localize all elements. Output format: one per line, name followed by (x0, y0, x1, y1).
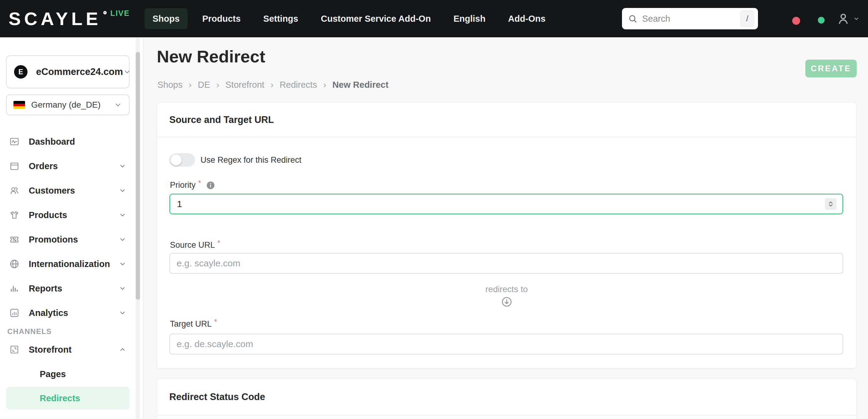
chevron-down-icon (123, 68, 131, 76)
source-target-card: Source and Target URL Use Regex for this… (157, 102, 857, 368)
logo-text: SCAYLE (8, 8, 101, 29)
required-asterisk: * (214, 318, 217, 326)
analytics-chart-icon (9, 308, 20, 318)
sidebar-item-label: Promotions (29, 235, 78, 245)
shop-selector[interactable]: E eCommerce24.com (6, 55, 130, 88)
sidebar-item-storefront[interactable]: Storefront (0, 337, 144, 362)
breadcrumb-storefront[interactable]: Storefront (225, 80, 265, 90)
sidebar-item-label: Products (29, 210, 67, 220)
main-content: New Redirect Shops › DE › Storefront › R… (144, 37, 868, 419)
breadcrumb-current: New Redirect (332, 80, 389, 90)
breadcrumb-separator: › (216, 80, 219, 90)
info-icon[interactable] (206, 181, 215, 190)
target-url-label: Target URL (170, 319, 212, 329)
sidebar-item-analytics[interactable]: Analytics (0, 301, 144, 325)
required-asterisk: * (217, 239, 220, 247)
user-avatar-icon (836, 11, 850, 26)
sidebar-item-label: Internationalization (29, 259, 110, 269)
nav-item-add-ons[interactable]: Add-Ons (500, 8, 553, 29)
chevron-down-icon (119, 285, 127, 292)
chevron-down-icon (119, 309, 127, 317)
breadcrumb-separator: › (323, 80, 326, 90)
top-navigation-bar: SCAYLE LIVE Shops Products Settings Cust… (0, 0, 868, 37)
logo-degree-mark (103, 11, 107, 14)
nav-item-products[interactable]: Products (194, 8, 249, 29)
target-url-input[interactable] (169, 334, 843, 355)
card-title: Redirect Status Code (169, 391, 265, 402)
arrow-down-circle-icon (501, 296, 513, 308)
search-icon (628, 14, 637, 23)
nav-item-settings[interactable]: Settings (255, 8, 306, 29)
regex-toggle-label: Use Regex for this Redirect (200, 155, 301, 165)
sidebar-item-label: Dashboard (29, 137, 75, 147)
create-button[interactable]: CREATE (805, 60, 857, 78)
target-url-input-wrap (169, 334, 843, 355)
breadcrumb-separator: › (271, 80, 274, 90)
breadcrumb-shops[interactable]: Shops (157, 80, 183, 90)
chevron-down-icon (114, 101, 122, 109)
sidebar-item-internationalization[interactable]: Internationalization (0, 252, 144, 276)
customers-icon (9, 185, 20, 196)
required-asterisk: * (198, 179, 201, 187)
shop-avatar: E (14, 65, 28, 79)
sidebar-item-label: Customers (29, 186, 75, 196)
sidebar-item-label: Storefront (29, 345, 71, 355)
priority-input[interactable] (169, 193, 843, 214)
scayle-logo[interactable]: SCAYLE LIVE (8, 0, 130, 37)
nav-item-shops[interactable]: Shops (145, 8, 188, 29)
dashboard-icon (9, 137, 20, 147)
regex-toggle[interactable] (169, 153, 195, 167)
chevron-down-icon (853, 15, 860, 22)
card-header: Redirect Status Code (157, 379, 856, 416)
sidebar-item-products[interactable]: Products (0, 203, 144, 227)
sidebar-item-dashboard[interactable]: Dashboard (0, 129, 144, 154)
chevron-down-icon (119, 162, 127, 170)
primary-nav: Shops Products Settings Customer Service… (145, 8, 554, 29)
source-url-label: Source URL (170, 240, 215, 250)
chevron-down-icon (119, 260, 127, 268)
sidebar-item-redirects[interactable]: Redirects (6, 387, 130, 410)
products-tshirt-icon (9, 210, 20, 220)
topbar-icon-cluster (798, 0, 860, 37)
orders-icon (9, 161, 20, 171)
shop-name: eCommerce24.com (36, 66, 123, 78)
source-url-label-row: Source URL * (170, 240, 220, 250)
account-menu-button[interactable] (836, 11, 860, 26)
sidebar-item-label: Analytics (29, 308, 68, 318)
live-badge: LIVE (110, 9, 130, 18)
breadcrumb: Shops › DE › Storefront › Redirects › Ne… (157, 80, 389, 90)
sidebar-item-pages[interactable]: Pages (6, 363, 130, 385)
germany-flag-icon (13, 101, 25, 109)
sidebar-item-reports[interactable]: Reports (0, 276, 144, 301)
breadcrumb-redirects[interactable]: Redirects (280, 80, 317, 90)
nav-item-customer-service-add-on[interactable]: Customer Service Add-On (313, 8, 439, 29)
locale-label: Germany (de_DE) (31, 100, 114, 110)
number-stepper[interactable] (825, 198, 837, 210)
country-language-selector[interactable]: Germany (de_DE) (6, 94, 130, 115)
source-url-input[interactable] (169, 253, 843, 274)
sidebar-item-orders[interactable]: Orders (0, 154, 144, 178)
breadcrumb-de[interactable]: DE (198, 80, 210, 90)
reports-bars-icon (9, 283, 20, 294)
sidebar-item-customers[interactable]: Customers (0, 178, 144, 203)
nav-item-english[interactable]: English (445, 8, 494, 29)
redirects-to-label: redirects to (157, 285, 856, 294)
search-shortcut-key: / (740, 10, 754, 27)
sidebar-item-promotions[interactable]: Promotions (0, 227, 144, 252)
sidebar: E eCommerce24.com Germany (de_DE) Dashbo… (0, 37, 144, 419)
channels-section-label: CHANNELS (7, 327, 52, 336)
priority-label-row: Priority * (170, 180, 215, 190)
target-url-label-row: Target URL * (170, 319, 217, 329)
storefront-frame-icon (9, 345, 20, 355)
page-title: New Redirect (157, 47, 265, 66)
red-notification-dot (792, 17, 800, 25)
chevron-up-icon (119, 346, 127, 354)
global-search[interactable]: / (622, 8, 758, 29)
priority-input-wrap (169, 193, 843, 214)
card-header: Source and Target URL (157, 103, 856, 137)
sidebar-scrollbar-thumb[interactable] (136, 52, 140, 300)
priority-label: Priority (170, 180, 196, 190)
promotions-ticket-icon (9, 234, 20, 245)
sidebar-item-label: Reports (29, 283, 62, 294)
search-input[interactable] (642, 14, 740, 24)
